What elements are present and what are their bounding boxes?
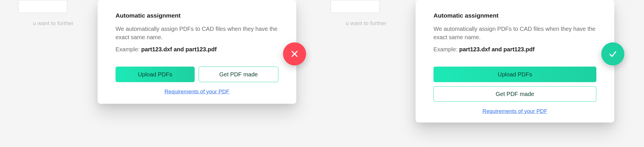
get-pdf-made-button[interactable]: Get PDF made	[199, 67, 278, 82]
card-title: Automatic assignment	[116, 12, 278, 19]
background-input-box	[18, 0, 67, 13]
checkmark-icon	[608, 49, 618, 59]
example-bold: part123.dxf and part123.pdf	[141, 46, 217, 52]
example-bold: part123.dxf and part123.pdf	[459, 46, 535, 52]
card-title: Automatic assignment	[433, 12, 596, 19]
close-fab-button[interactable]	[283, 42, 306, 65]
example-prefix: Example:	[433, 46, 459, 52]
upload-pdfs-button[interactable]: Upload PDFs	[433, 67, 596, 82]
get-pdf-made-button[interactable]: Get PDF made	[433, 86, 596, 102]
button-row: Upload PDFs Get PDF made	[116, 67, 278, 82]
background-text-left: u want to further	[33, 20, 74, 27]
close-icon	[290, 49, 299, 59]
upload-pdfs-button[interactable]: Upload PDFs	[116, 67, 195, 82]
card-example: Example: part123.dxf and part123.pdf	[116, 46, 278, 53]
background-text-right: u want to further	[346, 20, 386, 27]
card-description: We automatically assign PDFs to CAD file…	[433, 25, 596, 42]
auto-assignment-card: Automatic assignment We automatically as…	[416, 0, 614, 122]
confirm-fab-button[interactable]	[601, 42, 624, 65]
background-input-box	[331, 0, 380, 13]
example-prefix: Example:	[116, 46, 141, 52]
button-column: Upload PDFs Get PDF made	[433, 67, 596, 102]
requirements-link[interactable]: Requirements of your PDF	[483, 108, 548, 114]
card-example: Example: part123.dxf and part123.pdf	[433, 46, 596, 53]
auto-assignment-card: Automatic assignment We automatically as…	[98, 0, 296, 104]
requirements-link[interactable]: Requirements of your PDF	[165, 88, 230, 95]
card-description: We automatically assign PDFs to CAD file…	[116, 25, 278, 42]
